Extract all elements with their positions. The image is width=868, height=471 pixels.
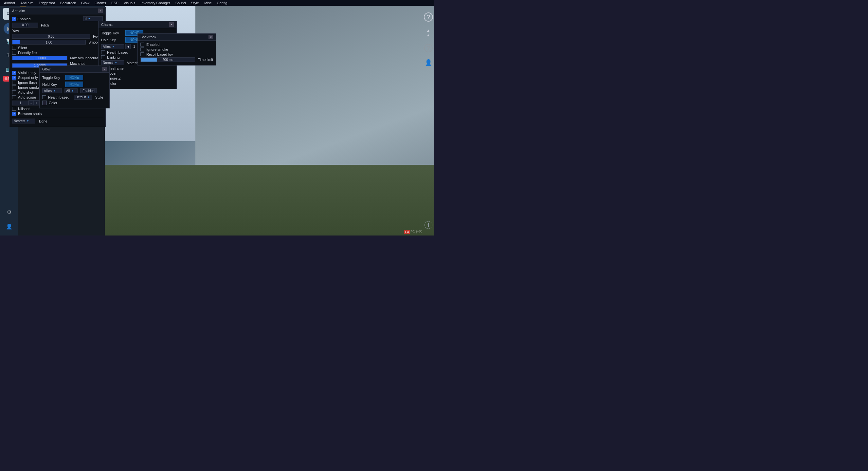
backtrack-recoil-fov-row: Recoil based fov <box>141 52 213 56</box>
chams-blinking-checkbox[interactable] <box>101 55 105 59</box>
fov-slider[interactable]: 0.00 <box>12 34 90 39</box>
chams-allies-dropdown[interactable]: Allies ▼ <box>101 44 124 49</box>
backtrack-ignore-smoke-checkbox[interactable] <box>141 48 144 52</box>
hack-menu-misc[interactable]: Misc <box>202 1 214 5</box>
backtrack-enabled-checkbox[interactable] <box>141 42 144 47</box>
hack-menu-chams[interactable]: Chams <box>92 1 108 5</box>
chams-normal-dropdown[interactable]: Normal ▼ <box>101 60 124 65</box>
auto-shot-label: Auto shot <box>18 90 33 94</box>
glow-health-based-label: Health based <box>48 95 69 99</box>
glow-default-arrow-icon: ▼ <box>87 96 90 98</box>
chams-cover-row: Cover <box>101 71 174 75</box>
hack-menu-aimbot[interactable]: Aimbot <box>1 1 18 5</box>
anti-aim-close[interactable]: × <box>98 8 103 13</box>
divider-1 <box>12 117 103 117</box>
glow-all-dropdown[interactable]: All ▼ <box>64 88 78 93</box>
chams-header[interactable]: Chams × <box>98 21 177 28</box>
backtrack-enabled-label: Enabled <box>146 42 159 47</box>
hack-menu-inventory-changer[interactable]: Inventory Changer <box>138 1 173 5</box>
hack-menu-visuals[interactable]: Visuals <box>121 1 138 5</box>
chams-health-based-label: Health based <box>107 51 128 54</box>
glow-allies-dropdown[interactable]: Allies ▼ <box>42 88 62 93</box>
nearest-dropdown[interactable]: Nearest ▼ <box>12 119 35 123</box>
right-help-btn[interactable]: ? <box>424 12 433 22</box>
anti-aim-mode-dropdown[interactable]: d ▼ <box>83 17 103 21</box>
min-damage-input[interactable]: 1 <box>12 100 29 106</box>
killshot-checkbox[interactable] <box>12 107 16 111</box>
auto-scope-label: Auto scope <box>18 95 36 99</box>
chams-prev-btn[interactable]: ◄ <box>125 44 131 49</box>
glow-health-based-checkbox[interactable] <box>42 95 46 99</box>
fc-watermark: FC FC 社区 <box>404 230 422 234</box>
hack-menu-bar: Aimbot Anti aim Triggerbot Backtrack Glo… <box>0 0 434 6</box>
normal-arrow-icon: ▼ <box>115 61 117 64</box>
hack-menu-backtrack[interactable]: Backtrack <box>58 1 79 5</box>
right-user-icon[interactable]: 👤 <box>425 59 432 66</box>
visible-only-checkbox[interactable] <box>12 71 16 75</box>
auto-scope-checkbox[interactable] <box>12 95 16 99</box>
sidebar-settings-icon[interactable]: ⚙ <box>3 205 16 218</box>
backtrack-recoil-fov-checkbox[interactable] <box>141 52 144 56</box>
max-aim-value: 1.00000 <box>12 56 67 60</box>
glow-hold-key-btn[interactable]: NONE <box>65 82 83 87</box>
min-damage-minus-btn[interactable]: - <box>29 100 34 106</box>
glow-close[interactable]: × <box>102 67 107 71</box>
friendly-fire-checkbox[interactable] <box>12 51 16 55</box>
glow-default-dropdown[interactable]: Default ▼ <box>74 95 92 99</box>
right-rank-icon[interactable]: ▲ ▲ <box>427 28 430 37</box>
glow-title: Glow <box>42 67 51 71</box>
hack-menu-triggerbot[interactable]: Triggerbot <box>36 1 58 5</box>
sidebar-user-icon[interactable]: 👤 <box>3 220 16 233</box>
between-shots-row: Between shots <box>12 112 103 116</box>
anti-aim-enabled-checkbox[interactable] <box>12 17 16 21</box>
between-shots-checkbox[interactable] <box>12 112 16 116</box>
scoped-only-checkbox[interactable] <box>12 76 16 80</box>
smooth-slider[interactable]: 1.00 <box>12 40 86 45</box>
hack-menu-esp[interactable]: ESP <box>108 1 121 5</box>
chams-wireframe-row: Wireframe <box>101 66 174 70</box>
anti-aim-header[interactable]: Anti aim × <box>9 7 105 14</box>
smooth-row: 1.00 Smooth <box>12 40 103 45</box>
glow-allies-arrow-icon: ▼ <box>53 89 56 92</box>
auto-shot-checkbox[interactable] <box>12 90 16 94</box>
yaw-label: Yaw <box>12 29 24 33</box>
ignore-flash-label: Ignore flash <box>18 81 37 85</box>
hack-menu-glow[interactable]: Glow <box>79 1 92 5</box>
hack-menu-style[interactable]: Style <box>188 1 202 5</box>
hack-menu-anti-aim[interactable]: Anti aim <box>18 1 36 5</box>
friendly-fire-row: Friendly fire <box>12 51 103 55</box>
chams-health-based-checkbox[interactable] <box>101 51 105 54</box>
glow-enabled-badge: Enabled <box>80 88 97 93</box>
min-damage-plus-btn[interactable]: + <box>34 100 39 106</box>
ignore-flash-checkbox[interactable] <box>12 81 16 85</box>
chams-title: Chams <box>101 23 113 27</box>
max-aim-slider[interactable]: 1.00000 <box>12 56 67 60</box>
anti-aim-enabled-row: Enabled d ▼ <box>12 17 103 21</box>
right-info-icon[interactable]: ℹ <box>425 221 432 229</box>
glow-all-arrow-icon: ▼ <box>71 89 74 92</box>
glow-color-swatch[interactable] <box>42 100 47 105</box>
glow-header[interactable]: Glow × <box>40 66 109 73</box>
bone-label: Bone <box>39 119 48 123</box>
backtrack-time-slider[interactable]: 200 ms <box>141 57 195 62</box>
backtrack-close[interactable]: × <box>209 35 213 39</box>
silent-checkbox[interactable] <box>12 46 16 50</box>
backtrack-header[interactable]: Backtrack × <box>138 34 216 40</box>
hack-menu-sound[interactable]: Sound <box>173 1 188 5</box>
glow-default-label: Default <box>75 95 86 99</box>
friendly-fire-label: Friendly fire <box>18 51 37 55</box>
fc-logo-text: FC <box>404 230 410 234</box>
fov-row: 0.00 Fov <box>12 34 103 39</box>
pitch-label: Pitch <box>41 23 49 27</box>
visible-only-label: Visible only <box>18 71 36 75</box>
ignore-smoke-checkbox[interactable] <box>12 86 16 89</box>
pitch-value-input[interactable]: 0.00 <box>12 23 38 28</box>
right-help2-icon[interactable]: ? <box>424 44 433 52</box>
glow-allies-label: Allies <box>44 89 52 93</box>
glow-color-label: Color <box>49 101 57 105</box>
glow-toggle-key-btn[interactable]: NONE <box>65 75 83 80</box>
killshot-label: Killshot <box>18 107 29 111</box>
chams-close[interactable]: × <box>169 22 174 27</box>
hack-menu-config[interactable]: Config <box>214 1 230 5</box>
backtrack-recoil-fov-label: Recoil based fov <box>146 52 173 56</box>
